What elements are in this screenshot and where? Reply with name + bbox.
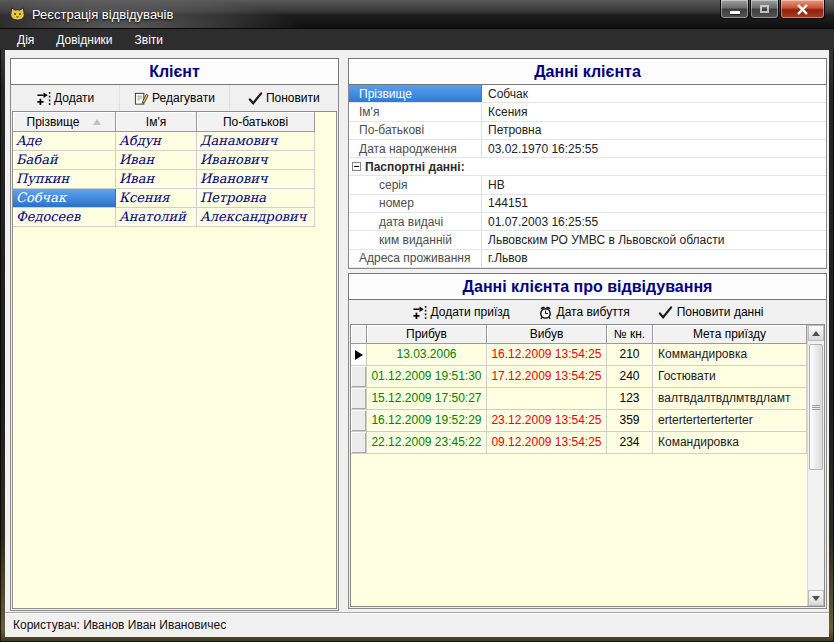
details-row-label: серія — [349, 176, 482, 193]
column-header-arrived[interactable]: Прибув — [367, 325, 487, 344]
edit-client-button[interactable]: Редагувати — [120, 85, 229, 111]
details-row-value: 144151 — [482, 195, 826, 212]
client-panel-title: Клієнт — [10, 58, 339, 85]
details-row[interactable]: Паспортні данні: — [349, 158, 826, 176]
visit-row[interactable]: 22.12.2009 23:45:2209.12.2009 13:54:2523… — [351, 432, 807, 454]
details-row[interactable]: По-батьковіПетровна — [349, 122, 826, 140]
visits-panel: Данні клієнта про відвідування Додати пр… — [348, 273, 827, 609]
client-grid-row[interactable]: ФедосеевАнатолийАлександрович — [13, 208, 336, 227]
menu-diya[interactable]: Дія — [8, 31, 43, 49]
visit-arrived-cell[interactable]: 16.12.2009 19:52:29 — [367, 410, 487, 432]
visit-purpose-cell[interactable]: валтвдалтвдлмтвдламт — [653, 388, 807, 410]
visit-row[interactable]: 15.12.2009 17:50:27123валтвдалтвдлмтвдла… — [351, 388, 807, 410]
visit-purpose-cell[interactable]: erterterterterterter — [653, 410, 807, 432]
visit-book-number-cell[interactable]: 240 — [607, 366, 653, 388]
client-grid-cell[interactable]: Александрович — [197, 208, 315, 227]
visit-departed-cell[interactable]: 23.12.2009 13:54:25 — [487, 410, 607, 432]
titlebar: Реєстрація відвідувачів — [0, 0, 834, 28]
visit-row[interactable]: 16.12.2009 19:52:2923.12.2009 13:54:2535… — [351, 410, 807, 432]
client-grid-cell[interactable]: Иванович — [197, 170, 315, 189]
visit-arrived-cell[interactable]: 13.03.2006 — [367, 344, 487, 366]
details-row[interactable]: Дата народження03.02.1970 16:25:55 — [349, 140, 826, 158]
visit-departed-cell[interactable]: 09.12.2009 13:54:25 — [487, 432, 607, 454]
client-grid-cell[interactable]: Иван — [116, 151, 197, 170]
close-button[interactable] — [780, 0, 825, 19]
details-row[interactable]: дата видачі01.07.2003 16:25:55 — [349, 213, 826, 231]
client-grid-row[interactable]: БабайИванИванович — [13, 151, 336, 170]
visit-purpose-cell[interactable]: Гостювати — [653, 366, 807, 388]
visit-book-number-cell[interactable]: 359 — [607, 410, 653, 432]
visit-arrived-cell[interactable]: 22.12.2009 23:45:22 — [367, 432, 487, 454]
visits-toolbar: Додати приїзд Дата вибуття — [349, 300, 826, 324]
client-grid-cell[interactable]: Пупкин — [13, 170, 116, 189]
client-grid-row[interactable]: АдеАбдунДанамович — [13, 132, 336, 151]
add-client-label: Додати — [54, 91, 94, 105]
details-row-label: ким виданній — [349, 231, 482, 248]
visit-arrived-cell[interactable]: 01.12.2009 19:51:30 — [367, 366, 487, 388]
visit-departed-cell[interactable]: 16.12.2009 13:54:25 — [487, 344, 607, 366]
visit-purpose-cell[interactable]: Коммандировка — [653, 344, 807, 366]
details-row[interactable]: Ім'яКсения — [349, 103, 826, 121]
client-grid-row[interactable]: СобчакКсенияПетровна — [13, 189, 336, 208]
client-grid-cell[interactable]: Петровна — [197, 189, 315, 208]
client-grid-body: АдеАбдунДанамовичБабайИванИвановичПупкин… — [13, 132, 336, 227]
column-header-purpose[interactable]: Мета приїзду — [653, 325, 807, 344]
add-arrival-button[interactable]: Додати приїзд — [412, 305, 510, 320]
minimize-button[interactable] — [720, 0, 749, 19]
column-header-name[interactable]: Ім'я — [116, 112, 197, 132]
column-header-departed[interactable]: Вибув — [487, 325, 607, 344]
client-grid-cell[interactable]: Аде — [13, 132, 116, 151]
client-grid-cell[interactable]: Абдун — [116, 132, 197, 151]
row-indicator-cell — [351, 432, 367, 454]
visit-row[interactable]: 13.03.200616.12.2009 13:54:25210Комманди… — [351, 344, 807, 366]
visit-departed-cell[interactable]: 17.12.2009 13:54:25 — [487, 366, 607, 388]
visit-book-number-cell[interactable]: 123 — [607, 388, 653, 410]
scrollbar-thumb[interactable] — [809, 344, 823, 470]
maximize-button[interactable] — [750, 0, 779, 19]
visits-grid-header: Прибув Вибув № кн. Мета приїзду — [351, 325, 807, 344]
menu-dovidnyky[interactable]: Довідники — [47, 31, 121, 49]
client-grid-row[interactable]: ПупкинИванИванович — [13, 170, 336, 189]
visit-purpose-cell[interactable]: Командировка — [653, 432, 807, 454]
menu-zvity[interactable]: Звіти — [126, 31, 173, 49]
departure-date-label: Дата вибуття — [557, 305, 630, 319]
client-grid-cell[interactable]: Иванович — [197, 151, 315, 170]
departure-date-button[interactable]: Дата вибуття — [538, 305, 630, 320]
details-row[interactable]: номер144151 — [349, 195, 826, 213]
column-header-patronymic[interactable]: По-батькові — [197, 112, 315, 132]
details-row[interactable]: Адреса проживанняг.Львов — [349, 250, 826, 268]
details-row-label: дата видачі — [349, 213, 482, 230]
client-grid-cell[interactable]: Ксения — [116, 189, 197, 208]
details-row[interactable]: ким виданнійЛьвовским РО УМВС в Львовско… — [349, 231, 826, 249]
scroll-up-button[interactable] — [808, 325, 824, 341]
client-grid-cell[interactable]: Иван — [116, 170, 197, 189]
column-header-name-label: Ім'я — [146, 115, 166, 129]
column-header-book-number[interactable]: № кн. — [607, 325, 653, 344]
sort-asc-icon — [93, 119, 101, 125]
client-grid-cell[interactable]: Бабай — [13, 151, 116, 170]
details-row[interactable]: серіяНВ — [349, 176, 826, 194]
details-row-label: Паспортні данні: — [349, 158, 826, 175]
column-header-surname[interactable]: Прізвище — [13, 112, 116, 132]
client-grid-cell[interactable]: Собчак — [13, 189, 116, 208]
visit-departed-cell[interactable] — [487, 388, 607, 410]
current-row-pointer-icon — [355, 350, 363, 360]
visit-row[interactable]: 01.12.2009 19:51:3017.12.2009 13:54:2524… — [351, 366, 807, 388]
refresh-client-button[interactable]: Поновити — [230, 85, 338, 111]
client-grid-cell[interactable]: Анатолий — [116, 208, 197, 227]
refresh-visits-button[interactable]: Поновити данні — [658, 305, 764, 320]
client-grid-cell[interactable]: Федосеев — [13, 208, 116, 227]
visit-arrived-cell[interactable]: 15.12.2009 17:50:27 — [367, 388, 487, 410]
details-row[interactable]: ПрізвищеСобчак — [349, 85, 826, 103]
client-details-grid: ПрізвищеСобчакІм'яКсенияПо-батьковіПетро… — [349, 85, 826, 268]
visit-book-number-cell[interactable]: 210 — [607, 344, 653, 366]
scrollbar-grip-icon — [812, 405, 820, 410]
app-window: Реєстрація відвідувачів Дія Довідники Зв… — [0, 0, 834, 642]
collapse-icon[interactable] — [352, 162, 361, 171]
visit-book-number-cell[interactable]: 234 — [607, 432, 653, 454]
client-grid-cell[interactable]: Данамович — [197, 132, 315, 151]
scroll-down-button[interactable] — [808, 590, 824, 606]
add-client-button[interactable]: Додати — [11, 85, 120, 111]
vertical-scrollbar[interactable] — [807, 325, 824, 606]
app-cat-icon[interactable] — [9, 6, 26, 22]
